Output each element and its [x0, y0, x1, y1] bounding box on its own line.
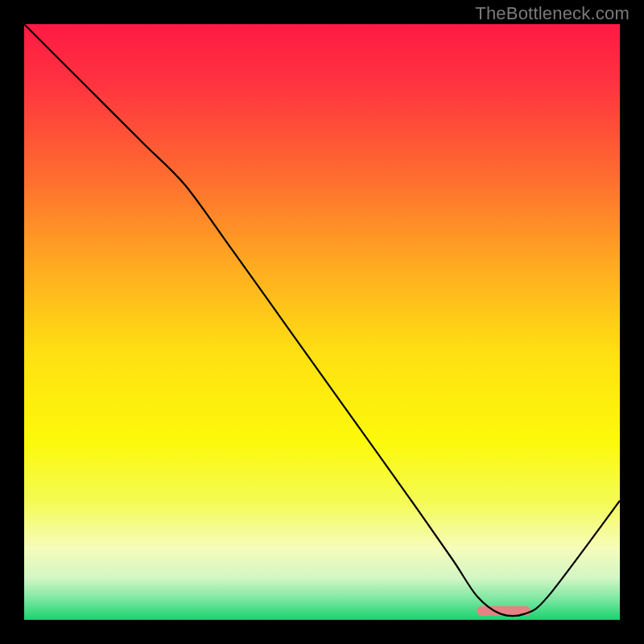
chart-frame: TheBottleneck.com [0, 0, 644, 644]
plot-area [24, 24, 620, 620]
watermark-text: TheBottleneck.com [475, 3, 630, 24]
chart-svg [24, 24, 620, 620]
